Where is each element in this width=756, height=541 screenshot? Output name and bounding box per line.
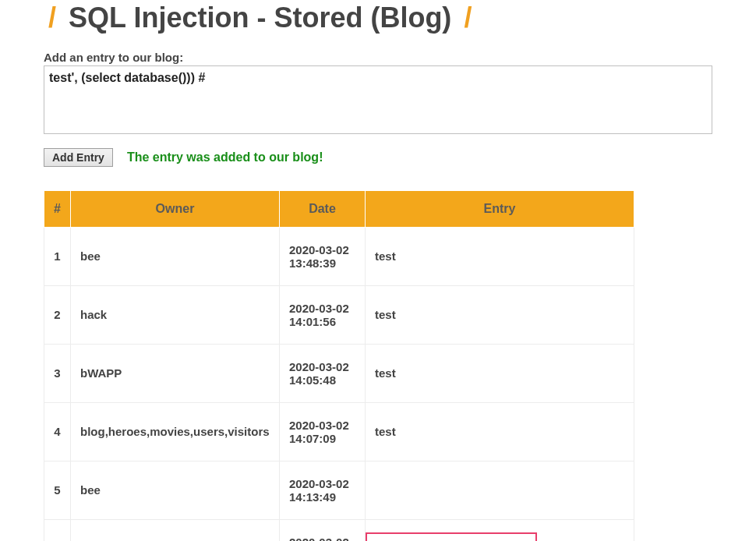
form-label: Add an entry to our blog: [44, 51, 712, 64]
add-entry-button[interactable]: Add Entry [44, 148, 113, 167]
th-date: Date [280, 190, 366, 227]
cell-entry: test\', (select database())) # [366, 519, 634, 541]
th-owner: Owner [71, 190, 280, 227]
cell-owner: bee [71, 519, 280, 541]
cell-index: 6 [44, 519, 71, 541]
cell-date: 2020-03-02 14:01:56 [280, 285, 366, 344]
cell-date: 2020-03-02 14:05:48 [280, 344, 366, 402]
blog-entry-textarea[interactable] [44, 65, 712, 134]
table-row: 4blog,heroes,movies,users,visitors2020-0… [44, 402, 634, 461]
cell-owner: bee [71, 227, 280, 285]
cell-owner: bWAPP [71, 344, 280, 402]
cell-entry [366, 461, 634, 519]
cell-entry: test [366, 227, 634, 285]
cell-index: 2 [44, 285, 71, 344]
th-index: # [44, 190, 71, 227]
cell-index: 5 [44, 461, 71, 519]
title-slash-left: / [44, 2, 61, 34]
table-row: 6bee2020-03-02 14:18:44test\', (select d… [44, 519, 634, 541]
table-row: 5bee2020-03-02 14:13:49 [44, 461, 634, 519]
cell-date: 2020-03-02 14:07:09 [280, 402, 366, 461]
cell-date: 2020-03-02 13:48:39 [280, 227, 366, 285]
highlight-box: test\', (select database())) # [366, 532, 537, 541]
cell-index: 1 [44, 227, 71, 285]
table-row: 1bee2020-03-02 13:48:39test [44, 227, 634, 285]
table-row: 2hack2020-03-02 14:01:56test [44, 285, 634, 344]
cell-index: 3 [44, 344, 71, 402]
cell-entry: test [366, 344, 634, 402]
th-entry: Entry [366, 190, 634, 227]
cell-owner: bee [71, 461, 280, 519]
cell-entry: test [366, 402, 634, 461]
blog-table: # Owner Date Entry 1bee2020-03-02 13:48:… [44, 190, 634, 541]
title-text: SQL Injection - Stored (Blog) [69, 2, 451, 34]
table-row: 3bWAPP2020-03-02 14:05:48test [44, 344, 634, 402]
cell-owner: hack [71, 285, 280, 344]
status-message: The entry was added to our blog! [127, 150, 323, 164]
cell-date: 2020-03-02 14:18:44 [280, 519, 366, 541]
title-slash-right: / [459, 2, 476, 34]
cell-entry: test [366, 285, 634, 344]
cell-date: 2020-03-02 14:13:49 [280, 461, 366, 519]
page-title: / SQL Injection - Stored (Blog) / [44, 0, 712, 41]
cell-index: 4 [44, 402, 71, 461]
cell-owner: blog,heroes,movies,users,visitors [71, 402, 280, 461]
